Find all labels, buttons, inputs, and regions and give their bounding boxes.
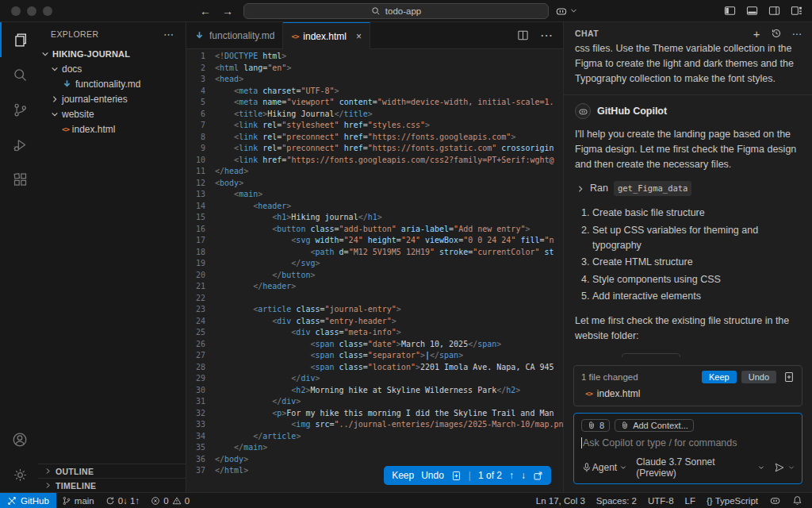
chevron-right-icon: [576, 185, 584, 193]
run-debug-icon: [12, 137, 29, 153]
tree-item-journal-enteries[interactable]: journal-enteries: [38, 91, 186, 106]
toggle-secondary-sidebar-button[interactable]: [768, 5, 780, 17]
run-debug-activity-button[interactable]: [0, 127, 38, 162]
diff-keep-button[interactable]: Keep: [392, 470, 414, 481]
tree-item-index.html[interactable]: <>index.html: [38, 121, 186, 137]
explorer-activity-button[interactable]: [0, 22, 38, 57]
diff-file-icon[interactable]: [451, 471, 462, 481]
extensions-activity-button[interactable]: [0, 162, 38, 197]
editor-more-actions-button[interactable]: ⋯: [540, 28, 553, 43]
search-icon: [12, 67, 29, 83]
tree-item-website[interactable]: website: [38, 106, 186, 121]
chat-input-placeholder: Ask Copilot or type / for commands: [583, 437, 737, 448]
language-mode[interactable]: {} TypeScript: [707, 496, 758, 506]
sync-indicator[interactable]: 0↓ 1↑: [100, 493, 146, 508]
outline-section[interactable]: OUTLINE: [38, 464, 186, 478]
tree-item-label: index.html: [72, 124, 116, 135]
maximize-window-button[interactable]: [43, 6, 52, 16]
code-line-30: 30 <h2>Morning hike at Skyline Wildernes…: [186, 385, 563, 397]
code-line-22: 22: [186, 293, 563, 305]
chat-more-actions-button[interactable]: ⋯: [792, 28, 803, 40]
markdown-file-icon: [62, 79, 72, 89]
tree-item-docs[interactable]: docs: [38, 61, 186, 76]
changed-file-label: index.html: [597, 388, 641, 399]
attachments-count: 8: [599, 421, 604, 430]
minimize-window-button[interactable]: [27, 6, 36, 16]
remote-indicator[interactable]: GitHub: [0, 493, 56, 508]
tree-item-label: HIKING-JOURNAL: [52, 49, 130, 59]
explorer-more-actions-button[interactable]: ⋯: [163, 29, 174, 40]
problems-indicator[interactable]: 0 0: [145, 493, 195, 508]
line-number: 5: [186, 97, 215, 109]
new-chat-button[interactable]: +: [753, 27, 760, 40]
search-activity-button[interactable]: [0, 57, 38, 92]
tab-bar-tabs: functionality.md<>index.html×: [186, 22, 370, 48]
mode-picker[interactable]: Agent: [592, 462, 626, 473]
split-editor-button[interactable]: [517, 29, 529, 41]
code-line-19: 19 </svg>: [186, 258, 563, 270]
tool-run-row[interactable]: Ran get_Figma_data: [575, 181, 801, 196]
chat-input-box[interactable]: 8 Add Context... Ask Copilot or type / f…: [573, 413, 802, 484]
view-changes-icon[interactable]: [783, 371, 795, 383]
copilot-status-icon[interactable]: [769, 495, 781, 506]
timeline-section[interactable]: TIMELINE: [38, 478, 186, 492]
microphone-button[interactable]: [581, 462, 592, 473]
line-number: 15: [186, 212, 215, 224]
undo-button[interactable]: Undo: [741, 371, 776, 383]
editor-tab-functionality.md[interactable]: functionality.md: [186, 22, 283, 48]
branch-indicator[interactable]: main: [56, 493, 100, 508]
code-line-4: 4 <meta charset="UTF-8">: [186, 86, 563, 98]
add-context-button[interactable]: Add Context...: [615, 419, 694, 432]
code-editor[interactable]: 1<!DOCTYPE html>2<html lang="en">3<head>…: [186, 49, 563, 492]
line-number: 29: [186, 373, 215, 385]
sync-counts: 0↓ 1↑: [118, 496, 140, 506]
toggle-panel-button[interactable]: [746, 5, 758, 17]
model-picker[interactable]: Claude 3.7 Sonnet (Preview): [636, 456, 764, 479]
keep-button[interactable]: Keep: [702, 371, 737, 383]
tree-item-label: journal-enteries: [62, 94, 128, 105]
chat-history-button[interactable]: [771, 28, 782, 39]
changed-file-row[interactable]: <> index.html: [574, 385, 802, 406]
line-number: 23: [186, 304, 215, 316]
history-back-button[interactable]: ←: [200, 5, 211, 17]
previous-change-button[interactable]: ↑: [509, 470, 514, 481]
history-forward-button[interactable]: →: [222, 5, 233, 17]
line-number: 35: [186, 442, 215, 454]
indentation-indicator[interactable]: Spaces: 2: [596, 496, 637, 506]
diff-undo-button[interactable]: Undo: [421, 470, 444, 481]
inline-diff-widget: Keep Undo | 1 of 2 ↑ ↓: [384, 466, 551, 485]
check-structure-text: Let me first check the existing file str…: [575, 314, 801, 344]
send-button[interactable]: [774, 462, 795, 473]
plan-step-4: Style components using CSS: [592, 272, 801, 287]
line-number: 14: [186, 201, 215, 213]
tree-item-functionality.md[interactable]: functionality.md: [38, 76, 186, 91]
source-control-activity-button[interactable]: [0, 92, 38, 127]
editor-tab-index.html[interactable]: <>index.html×: [283, 22, 370, 49]
attachments-chip[interactable]: 8: [581, 419, 610, 432]
command-center-search[interactable]: todo-app: [243, 3, 549, 19]
code-line-26: 26 <span class="date">March 10, 2025</sp…: [186, 339, 563, 351]
title-bar: ← → todo-app: [0, 0, 812, 22]
open-changes-icon[interactable]: [533, 471, 543, 481]
encoding-indicator[interactable]: UTF-8: [648, 496, 674, 506]
accounts-button[interactable]: [0, 422, 38, 457]
close-window-button[interactable]: [11, 6, 21, 16]
eol-indicator[interactable]: LF: [685, 496, 695, 506]
copilot-icon: [555, 5, 568, 17]
warnings-icon: [172, 496, 182, 506]
changes-summary: 1 file changed: [581, 372, 697, 382]
notifications-bell-button[interactable]: [792, 495, 802, 506]
sync-icon: [105, 496, 115, 506]
tree-item-HIKING-JOURNAL[interactable]: HIKING-JOURNAL: [38, 46, 186, 61]
settings-button[interactable]: [0, 457, 38, 492]
next-change-button[interactable]: ↓: [521, 470, 526, 481]
customize-layout-button[interactable]: [791, 5, 802, 17]
chat-text-input[interactable]: Ask Copilot or type / for commands: [581, 437, 795, 448]
close-tab-button[interactable]: ×: [356, 31, 362, 42]
copilot-menu-button[interactable]: [555, 5, 577, 17]
status-bar: GitHub main 0↓ 1↑ 0 0 Ln 17, Col 3 Space…: [0, 492, 812, 508]
vscode-window: ← → todo-app: [0, 0, 812, 508]
toggle-primary-sidebar-button[interactable]: [724, 5, 736, 17]
cursor-position[interactable]: Ln 17, Col 3: [536, 496, 585, 506]
source-control-icon: [12, 102, 29, 118]
